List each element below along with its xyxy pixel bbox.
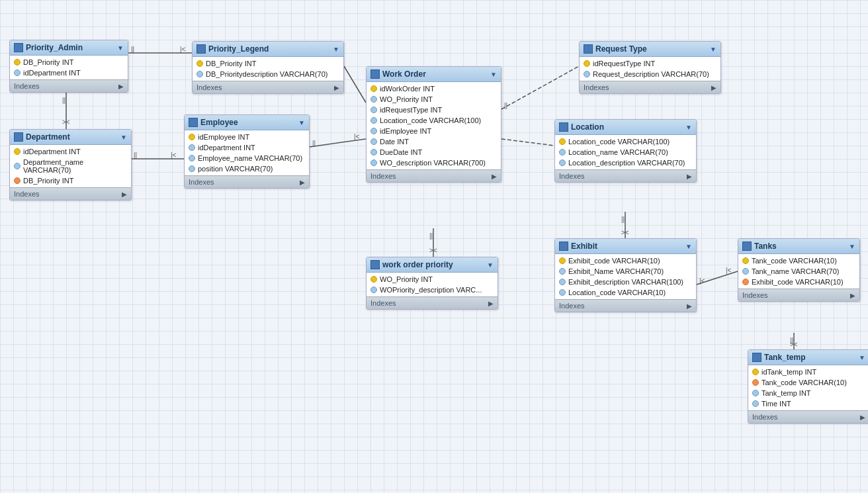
- footer-expand-icon[interactable]: ▶: [300, 179, 305, 186]
- table-header-department[interactable]: Department▼: [10, 130, 131, 145]
- dropdown-arrow-icon[interactable]: ▼: [710, 46, 716, 53]
- table-body-priority_legend: DB_Priority INTDB_Prioritydescription VA…: [193, 57, 343, 81]
- fk-icon: [559, 289, 566, 296]
- table-header-priority_legend[interactable]: Priority_Legend▼: [193, 42, 343, 57]
- field-name: Location_code VARCHAR(100): [380, 116, 481, 124]
- field-name: idWorkOrder INT: [380, 85, 435, 93]
- dropdown-arrow-icon[interactable]: ▼: [859, 354, 865, 361]
- fk-icon: [14, 69, 21, 76]
- table-row: Tank_temp INT: [748, 388, 868, 398]
- table-row: DB_Priority INT: [193, 58, 343, 69]
- table-footer-tank_temp[interactable]: Indexes▶: [748, 410, 868, 423]
- table-work_order_priority[interactable]: work order priority▼WO_Priority INTWOPri…: [366, 257, 498, 310]
- table-footer-priority_legend[interactable]: Indexes▶: [193, 81, 343, 93]
- table-request_type[interactable]: Request Type▼idRequestType INTRequest_de…: [579, 41, 721, 94]
- table-tanks[interactable]: Tanks▼Tank_code VARCHAR(10)Tank_name VAR…: [738, 238, 860, 302]
- footer-expand-icon[interactable]: ▶: [118, 83, 124, 90]
- dropdown-arrow-icon[interactable]: ▼: [120, 134, 127, 141]
- table-tank_temp[interactable]: Tank_temp▼idTank_temp INTTank_code VARCH…: [748, 349, 868, 424]
- table-row: DB_Prioritydescription VARCHAR(70): [193, 69, 343, 79]
- table-work_order[interactable]: Work Order▼idWorkOrder INTWO_Priority IN…: [366, 66, 501, 183]
- footer-expand-icon[interactable]: ▶: [711, 84, 716, 91]
- fk-icon: [370, 287, 377, 293]
- table-header-exhibit[interactable]: Exhibit▼: [555, 239, 696, 254]
- field-name: Department_name VARCHAR(70): [23, 158, 127, 174]
- table-header-work_order_priority[interactable]: work order priority▼: [367, 257, 498, 273]
- field-name: Exhibit_description VARCHAR(100): [568, 278, 683, 286]
- table-icon: [370, 69, 380, 79]
- field-name: DB_Priority INT: [23, 58, 73, 66]
- table-row: Location_name VARCHAR(70): [555, 147, 696, 157]
- dropdown-arrow-icon[interactable]: ▼: [685, 124, 692, 131]
- table-header-tank_temp[interactable]: Tank_temp▼: [748, 350, 868, 365]
- footer-expand-icon[interactable]: ▶: [687, 173, 692, 180]
- fk-icon: [559, 268, 566, 275]
- dropdown-arrow-icon[interactable]: ▼: [117, 44, 124, 52]
- fk-icon: [559, 149, 566, 156]
- table-footer-location[interactable]: Indexes▶: [555, 169, 696, 182]
- table-priority_legend[interactable]: Priority_Legend▼DB_Priority INTDB_Priori…: [192, 41, 344, 94]
- table-row: WO_description VARCHAR(700): [367, 157, 501, 168]
- table-footer-department[interactable]: Indexes▶: [10, 187, 131, 200]
- svg-text:||: ||: [62, 97, 65, 104]
- table-footer-priority_admin[interactable]: Indexes▶: [10, 79, 128, 92]
- footer-expand-icon[interactable]: ▶: [860, 414, 865, 421]
- dropdown-arrow-icon[interactable]: ▼: [487, 261, 494, 269]
- dropdown-arrow-icon[interactable]: ▼: [685, 243, 692, 250]
- footer-expand-icon[interactable]: ▶: [850, 292, 855, 299]
- table-priority_admin[interactable]: Priority_Admin▼DB_Priority INTidDepartme…: [9, 40, 128, 93]
- table-header-request_type[interactable]: Request Type▼: [580, 42, 720, 57]
- fk-icon: [559, 279, 566, 285]
- field-name: DueDate INT: [380, 148, 422, 156]
- footer-expand-icon[interactable]: ▶: [492, 173, 497, 180]
- table-header-priority_admin[interactable]: Priority_Admin▼: [10, 40, 128, 56]
- field-name: idRequestType INT: [380, 106, 442, 114]
- table-footer-employee[interactable]: Indexes▶: [185, 175, 309, 188]
- table-header-location[interactable]: Location▼: [555, 120, 696, 135]
- field-name: Exhibit_code VARCHAR(10): [752, 278, 844, 286]
- table-title-work_order_priority: work order priority: [382, 260, 453, 269]
- footer-expand-icon[interactable]: ▶: [488, 300, 494, 307]
- field-name: Location_description VARCHAR(70): [568, 159, 685, 167]
- indexes-label: Indexes: [14, 82, 40, 90]
- table-body-tanks: Tank_code VARCHAR(10)Tank_name VARCHAR(7…: [738, 254, 859, 289]
- dropdown-arrow-icon[interactable]: ▼: [333, 46, 339, 53]
- table-footer-exhibit[interactable]: Indexes▶: [555, 299, 696, 312]
- table-row: Exhibit_code VARCHAR(10): [555, 255, 696, 266]
- dropdown-arrow-icon[interactable]: ▼: [849, 243, 855, 250]
- table-header-employee[interactable]: Employee▼: [185, 115, 309, 130]
- table-header-tanks[interactable]: Tanks▼: [738, 239, 859, 254]
- table-body-priority_admin: DB_Priority INTidDepartment INT: [10, 56, 128, 79]
- table-body-work_order: idWorkOrder INTWO_Priority INTidRequestT…: [367, 82, 501, 169]
- table-exhibit[interactable]: Exhibit▼Exhibit_code VARCHAR(10)Exhibit_…: [554, 238, 697, 312]
- field-name: Exhibit_Name VARCHAR(70): [568, 267, 664, 275]
- dropdown-arrow-icon[interactable]: ▼: [490, 71, 497, 78]
- footer-expand-icon[interactable]: ▶: [334, 84, 339, 91]
- table-location[interactable]: Location▼Location_code VARCHAR(100)Locat…: [554, 119, 697, 183]
- table-body-request_type: idRequestType INTRequest_description VAR…: [580, 57, 720, 81]
- pk-icon: [584, 60, 590, 67]
- footer-expand-icon[interactable]: ▶: [122, 191, 127, 198]
- table-footer-work_order_priority[interactable]: Indexes▶: [367, 296, 498, 309]
- fk-icon: [370, 107, 377, 113]
- footer-expand-icon[interactable]: ▶: [687, 302, 692, 310]
- field-name: DB_Priority INT: [206, 60, 256, 67]
- field-name: Tank_code VARCHAR(10): [761, 379, 847, 386]
- table-icon: [189, 118, 198, 127]
- pk-icon: [559, 257, 566, 264]
- table-footer-work_order[interactable]: Indexes▶: [367, 169, 501, 182]
- field-name: Request_description VARCHAR(70): [593, 70, 709, 78]
- table-department[interactable]: Department▼idDepartment INTDepartment_na…: [9, 129, 132, 201]
- table-row: Location_code VARCHAR(10): [555, 287, 696, 298]
- pk-icon: [14, 148, 21, 155]
- table-employee[interactable]: Employee▼idEmployee INTidDepartment INTE…: [184, 114, 310, 189]
- table-icon: [584, 44, 593, 54]
- table-footer-request_type[interactable]: Indexes▶: [580, 81, 720, 93]
- svg-line-13: [501, 66, 579, 109]
- unique-icon: [752, 379, 759, 386]
- table-footer-tanks[interactable]: Indexes▶: [738, 289, 859, 301]
- table-header-work_order[interactable]: Work Order▼: [367, 67, 501, 82]
- dropdown-arrow-icon[interactable]: ▼: [298, 119, 305, 126]
- table-row: Time INT: [748, 398, 868, 409]
- indexes-label: Indexes: [14, 190, 40, 198]
